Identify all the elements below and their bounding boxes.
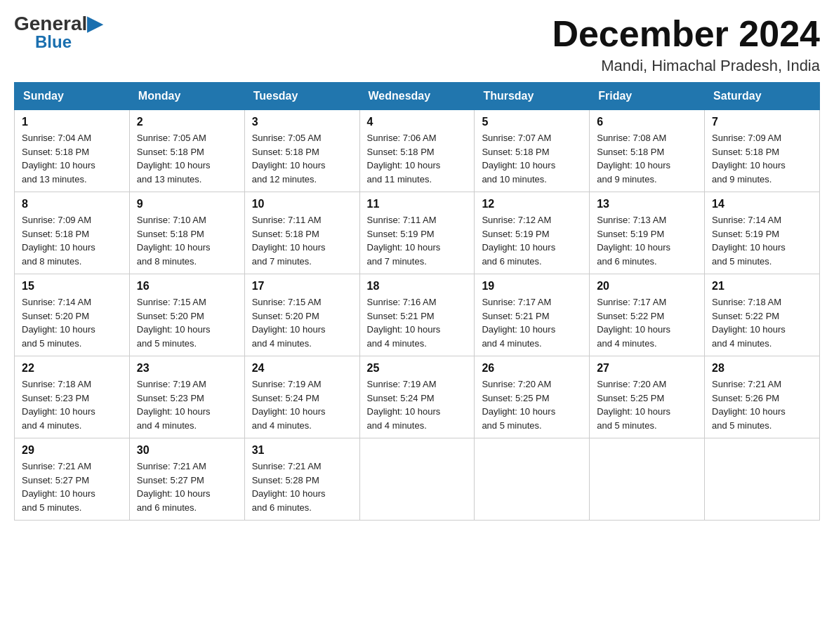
calendar-cell (590, 438, 705, 521)
day-info: Sunrise: 7:11 AMSunset: 5:18 PMDaylight:… (252, 213, 352, 268)
calendar-cell: 3 Sunrise: 7:05 AMSunset: 5:18 PMDayligh… (244, 110, 359, 192)
calendar-cell: 2 Sunrise: 7:05 AMSunset: 5:18 PMDayligh… (129, 110, 244, 192)
day-number: 7 (712, 116, 812, 128)
day-info: Sunrise: 7:16 AMSunset: 5:21 PMDaylight:… (367, 295, 468, 350)
day-number: 2 (137, 116, 237, 128)
calendar-cell: 25 Sunrise: 7:19 AMSunset: 5:24 PMDaylig… (359, 356, 475, 438)
day-info: Sunrise: 7:06 AMSunset: 5:18 PMDaylight:… (367, 131, 468, 186)
calendar-cell: 4 Sunrise: 7:06 AMSunset: 5:18 PMDayligh… (359, 110, 475, 192)
calendar-cell: 21 Sunrise: 7:18 AMSunset: 5:22 PMDaylig… (705, 274, 820, 356)
day-number: 8 (22, 198, 122, 210)
calendar-cell: 13 Sunrise: 7:13 AMSunset: 5:19 PMDaylig… (590, 192, 705, 274)
day-number: 24 (252, 362, 352, 375)
day-info: Sunrise: 7:13 AMSunset: 5:19 PMDaylight:… (597, 213, 697, 268)
calendar-cell: 16 Sunrise: 7:15 AMSunset: 5:20 PMDaylig… (129, 274, 244, 356)
day-info: Sunrise: 7:19 AMSunset: 5:23 PMDaylight:… (137, 377, 237, 432)
day-info: Sunrise: 7:18 AMSunset: 5:23 PMDaylight:… (22, 377, 122, 432)
calendar-cell: 6 Sunrise: 7:08 AMSunset: 5:18 PMDayligh… (590, 110, 705, 192)
day-info: Sunrise: 7:21 AMSunset: 5:26 PMDaylight:… (712, 377, 812, 432)
page-header: General▶ Blue December 2024 Mandi, Himac… (14, 14, 820, 75)
day-info: Sunrise: 7:11 AMSunset: 5:19 PMDaylight:… (367, 213, 468, 268)
day-info: Sunrise: 7:12 AMSunset: 5:19 PMDaylight:… (482, 213, 582, 268)
day-info: Sunrise: 7:05 AMSunset: 5:18 PMDaylight:… (137, 131, 237, 186)
calendar-cell (705, 438, 820, 521)
day-number: 30 (137, 444, 237, 457)
day-number: 12 (482, 198, 582, 210)
day-number: 10 (252, 198, 352, 210)
week-row-3: 15 Sunrise: 7:14 AMSunset: 5:20 PMDaylig… (15, 274, 820, 356)
day-info: Sunrise: 7:20 AMSunset: 5:25 PMDaylight:… (482, 377, 582, 432)
calendar-cell: 22 Sunrise: 7:18 AMSunset: 5:23 PMDaylig… (15, 356, 130, 438)
day-number: 16 (137, 280, 237, 293)
calendar-cell: 15 Sunrise: 7:14 AMSunset: 5:20 PMDaylig… (15, 274, 130, 356)
header-thursday: Thursday (475, 83, 590, 110)
day-info: Sunrise: 7:18 AMSunset: 5:22 PMDaylight:… (712, 295, 812, 350)
calendar-cell (359, 438, 475, 521)
week-row-2: 8 Sunrise: 7:09 AMSunset: 5:18 PMDayligh… (15, 192, 820, 274)
day-number: 31 (252, 444, 352, 457)
day-info: Sunrise: 7:04 AMSunset: 5:18 PMDaylight:… (22, 131, 122, 186)
day-info: Sunrise: 7:17 AMSunset: 5:22 PMDaylight:… (597, 295, 697, 350)
day-number: 5 (482, 116, 582, 128)
day-number: 17 (252, 280, 352, 293)
logo-blue-text: Blue (35, 32, 72, 51)
day-number: 18 (367, 280, 468, 293)
calendar-cell: 30 Sunrise: 7:21 AMSunset: 5:27 PMDaylig… (129, 438, 244, 521)
day-number: 26 (482, 362, 582, 375)
day-number: 3 (252, 116, 352, 128)
calendar-cell: 14 Sunrise: 7:14 AMSunset: 5:19 PMDaylig… (705, 192, 820, 274)
day-info: Sunrise: 7:15 AMSunset: 5:20 PMDaylight:… (137, 295, 237, 350)
day-info: Sunrise: 7:21 AMSunset: 5:27 PMDaylight:… (22, 459, 122, 514)
week-row-4: 22 Sunrise: 7:18 AMSunset: 5:23 PMDaylig… (15, 356, 820, 438)
calendar-cell: 18 Sunrise: 7:16 AMSunset: 5:21 PMDaylig… (359, 274, 475, 356)
header-friday: Friday (590, 83, 705, 110)
day-info: Sunrise: 7:05 AMSunset: 5:18 PMDaylight:… (252, 131, 352, 186)
calendar-cell: 7 Sunrise: 7:09 AMSunset: 5:18 PMDayligh… (705, 110, 820, 192)
header-tuesday: Tuesday (244, 83, 359, 110)
day-info: Sunrise: 7:07 AMSunset: 5:18 PMDaylight:… (482, 131, 582, 186)
day-info: Sunrise: 7:08 AMSunset: 5:18 PMDaylight:… (597, 131, 697, 186)
calendar-cell: 8 Sunrise: 7:09 AMSunset: 5:18 PMDayligh… (15, 192, 130, 274)
day-number: 22 (22, 362, 122, 375)
calendar-cell: 26 Sunrise: 7:20 AMSunset: 5:25 PMDaylig… (475, 356, 590, 438)
day-number: 9 (137, 198, 237, 210)
calendar-cell: 5 Sunrise: 7:07 AMSunset: 5:18 PMDayligh… (475, 110, 590, 192)
logo: General▶ Blue (14, 14, 102, 51)
calendar-cell: 11 Sunrise: 7:11 AMSunset: 5:19 PMDaylig… (359, 192, 475, 274)
day-number: 27 (597, 362, 697, 375)
day-number: 19 (482, 280, 582, 293)
calendar-cell: 12 Sunrise: 7:12 AMSunset: 5:19 PMDaylig… (475, 192, 590, 274)
calendar-cell: 28 Sunrise: 7:21 AMSunset: 5:26 PMDaylig… (705, 356, 820, 438)
header-sunday: Sunday (15, 83, 130, 110)
calendar-cell: 17 Sunrise: 7:15 AMSunset: 5:20 PMDaylig… (244, 274, 359, 356)
logo-general-text: General▶ (14, 14, 102, 34)
day-number: 6 (597, 116, 697, 128)
day-info: Sunrise: 7:21 AMSunset: 5:27 PMDaylight:… (137, 459, 237, 514)
header-saturday: Saturday (705, 83, 820, 110)
day-number: 20 (597, 280, 697, 293)
day-number: 15 (22, 280, 122, 293)
header-monday: Monday (129, 83, 244, 110)
day-info: Sunrise: 7:14 AMSunset: 5:20 PMDaylight:… (22, 295, 122, 350)
weekday-header-row: Sunday Monday Tuesday Wednesday Thursday… (15, 83, 820, 110)
day-info: Sunrise: 7:09 AMSunset: 5:18 PMDaylight:… (712, 131, 812, 186)
calendar-cell (475, 438, 590, 521)
day-info: Sunrise: 7:10 AMSunset: 5:18 PMDaylight:… (137, 213, 237, 268)
day-number: 25 (367, 362, 468, 375)
calendar-subtitle: Mandi, Himachal Pradesh, India (552, 57, 820, 75)
calendar-cell: 10 Sunrise: 7:11 AMSunset: 5:18 PMDaylig… (244, 192, 359, 274)
day-number: 28 (712, 362, 812, 375)
day-info: Sunrise: 7:17 AMSunset: 5:21 PMDaylight:… (482, 295, 582, 350)
day-number: 11 (367, 198, 468, 210)
week-row-1: 1 Sunrise: 7:04 AMSunset: 5:18 PMDayligh… (15, 110, 820, 192)
calendar-cell: 31 Sunrise: 7:21 AMSunset: 5:28 PMDaylig… (244, 438, 359, 521)
day-number: 4 (367, 116, 468, 128)
calendar-cell: 20 Sunrise: 7:17 AMSunset: 5:22 PMDaylig… (590, 274, 705, 356)
day-number: 14 (712, 198, 812, 210)
day-number: 1 (22, 116, 122, 128)
calendar-cell: 27 Sunrise: 7:20 AMSunset: 5:25 PMDaylig… (590, 356, 705, 438)
day-number: 13 (597, 198, 697, 210)
calendar-cell: 24 Sunrise: 7:19 AMSunset: 5:24 PMDaylig… (244, 356, 359, 438)
calendar-cell: 19 Sunrise: 7:17 AMSunset: 5:21 PMDaylig… (475, 274, 590, 356)
calendar-cell: 1 Sunrise: 7:04 AMSunset: 5:18 PMDayligh… (15, 110, 130, 192)
